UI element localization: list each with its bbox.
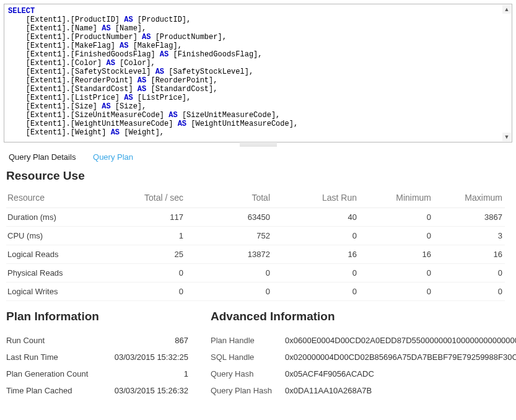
resource-min: 0 <box>359 208 434 227</box>
resource-max: 0 <box>434 282 505 301</box>
resource-total-sec: 0 <box>112 264 186 282</box>
col-total: Total <box>186 189 273 208</box>
resource-label: Duration (ms) <box>6 208 112 227</box>
splitter[interactable] <box>0 142 516 149</box>
advanced-info-label: Query Hash <box>211 369 285 378</box>
resource-use-section: Resource Use Resource Total / sec Total … <box>0 162 516 304</box>
table-row: CPU (ms)1752003 <box>6 227 505 245</box>
resource-max: 3 <box>434 227 505 245</box>
plan-info-row: Last Run Time03/03/2015 15:32:25 <box>6 349 192 365</box>
col-resource: Resource <box>6 189 112 208</box>
resource-total: 63450 <box>186 208 273 227</box>
plan-info-value: 1 <box>105 369 192 378</box>
advanced-info-row: Query Plan Hash0x0DA11AA10A268A7B <box>211 382 516 399</box>
resource-label: Logical Writes <box>6 282 112 301</box>
plan-info-value: 03/03/2015 15:26:32 <box>105 386 192 395</box>
resource-label: Logical Reads <box>6 245 112 264</box>
plan-info-value: 03/03/2015 15:32:25 <box>105 352 192 362</box>
plan-info-label: Plan Generation Count <box>6 369 105 378</box>
resource-total-sec: 1 <box>112 227 186 245</box>
resource-total: 13872 <box>186 245 273 264</box>
resource-last-run: 0 <box>273 227 359 245</box>
table-row: Logical Reads2513872161616 <box>6 245 505 264</box>
resource-total: 0 <box>186 282 273 301</box>
resource-total: 0 <box>186 264 273 282</box>
plan-information-section: Plan Information Run Count867Last Run Ti… <box>6 310 192 399</box>
advanced-info-row: Query Hash0x05ACF4F9056ACADC <box>211 365 516 382</box>
table-row: Logical Writes00000 <box>6 282 505 301</box>
resource-last-run: 40 <box>273 208 359 227</box>
resource-last-run: 16 <box>273 245 359 264</box>
resource-last-run: 0 <box>273 264 359 282</box>
resource-header-row: Resource Total / sec Total Last Run Mini… <box>6 189 505 208</box>
tab-query-plan[interactable]: Query Plan <box>93 152 133 162</box>
table-row: Duration (ms)117634504003867 <box>6 208 505 227</box>
scroll-down-icon[interactable]: ▼ <box>502 133 511 141</box>
col-total-sec: Total / sec <box>112 189 186 208</box>
advanced-info-value: 0x020000004D00CD02B85696A75DA7BEBF79E792… <box>285 352 516 362</box>
plan-info-value: 867 <box>105 336 192 345</box>
resource-max: 16 <box>434 245 505 264</box>
plan-info-label: Last Run Time <box>6 352 105 362</box>
resource-label: CPU (ms) <box>6 227 112 245</box>
plan-info-row: Run Count867 <box>6 332 192 349</box>
plan-info-row: Time Plan Cached03/03/2015 15:26:32 <box>6 382 192 399</box>
tab-query-plan-details[interactable]: Query Plan Details <box>9 152 76 162</box>
advanced-information-section: Advanced Information Plan Handle0x0600E0… <box>211 310 516 399</box>
resource-total-sec: 117 <box>112 208 186 227</box>
col-minimum: Minimum <box>359 189 434 208</box>
resource-total-sec: 25 <box>112 245 186 264</box>
table-row: Physical Reads00000 <box>6 264 505 282</box>
resource-total: 752 <box>186 227 273 245</box>
advanced-info-row: Plan Handle0x0600E0004D00CD02A0EDD87D550… <box>211 332 516 349</box>
resource-min: 16 <box>359 245 434 264</box>
resource-min: 0 <box>359 227 434 245</box>
scroll-up-icon[interactable]: ▲ <box>502 5 511 14</box>
advanced-info-label: Query Plan Hash <box>211 386 285 395</box>
splitter-handle-icon[interactable] <box>240 144 277 146</box>
plan-information-heading: Plan Information <box>6 310 192 323</box>
plan-info-label: Run Count <box>6 336 105 345</box>
resource-min: 0 <box>359 282 434 301</box>
advanced-info-row: SQL Handle0x020000004D00CD02B85696A75DA7… <box>211 349 516 365</box>
tab-bar: Query Plan Details Query Plan <box>0 149 516 162</box>
advanced-info-value: 0x05ACF4F9056ACADC <box>285 369 516 378</box>
plan-info-label: Time Plan Cached <box>6 386 105 395</box>
advanced-info-label: Plan Handle <box>211 336 285 345</box>
col-maximum: Maximum <box>434 189 505 208</box>
advanced-info-label: SQL Handle <box>211 352 285 362</box>
advanced-info-value: 0x0DA11AA10A268A7B <box>285 386 516 395</box>
advanced-info-value: 0x0600E0004D00CD02A0EDD87D55000000010000… <box>285 336 516 345</box>
resource-use-heading: Resource Use <box>6 169 510 183</box>
sql-text-area[interactable]: SELECT [Extent1].[ProductID] AS [Product… <box>4 4 512 142</box>
resource-max: 3867 <box>434 208 505 227</box>
resource-max: 0 <box>434 264 505 282</box>
resource-label: Physical Reads <box>6 264 112 282</box>
resource-min: 0 <box>359 264 434 282</box>
col-last-run: Last Run <box>273 189 359 208</box>
resource-last-run: 0 <box>273 282 359 301</box>
resource-table: Resource Total / sec Total Last Run Mini… <box>6 189 505 301</box>
advanced-information-heading: Advanced Information <box>211 310 516 323</box>
resource-total-sec: 0 <box>112 282 186 301</box>
plan-info-row: Plan Generation Count1 <box>6 365 192 382</box>
sql-editor[interactable]: SELECT [Extent1].[ProductID] AS [Product… <box>4 4 512 142</box>
